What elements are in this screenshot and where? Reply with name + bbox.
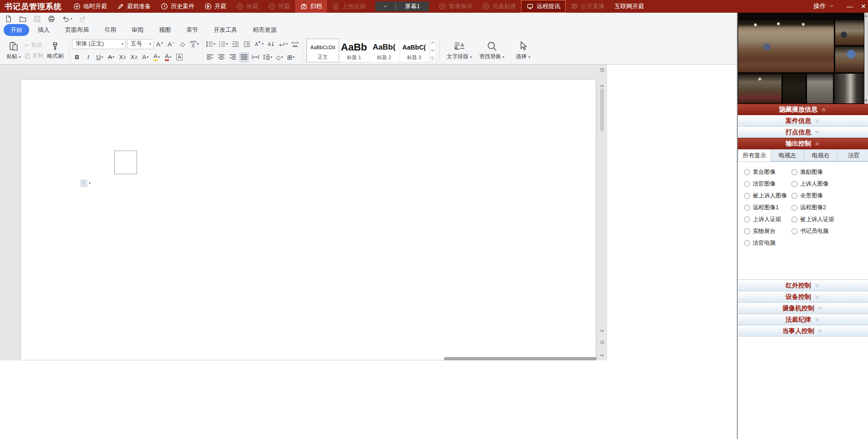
output-tab-1[interactable]: 所有显示: [738, 149, 771, 161]
character-scale-button[interactable]: A▾: [253, 39, 265, 49]
output-source-radio-5[interactable]: 被上诉人图像: [744, 192, 791, 200]
output-source-radio-6[interactable]: 全景图像: [791, 192, 868, 200]
undo-button[interactable]: ▾: [62, 15, 72, 23]
output-tab-2[interactable]: 电视左: [771, 149, 804, 161]
screen-select[interactable]: 屏幕1: [375, 1, 429, 11]
style-gallery-more-button[interactable]: [430, 55, 436, 62]
style-scroll-up-button[interactable]: [430, 39, 436, 46]
character-border-button[interactable]: A: [174, 52, 184, 62]
section-hide-playback-info[interactable]: 隐藏播放信息: [738, 104, 868, 115]
style-card-2[interactable]: AaBb标题 1: [339, 39, 369, 62]
text-effects-button[interactable]: A▾: [140, 52, 150, 62]
tab-stop-button[interactable]: [290, 39, 300, 49]
highlight-color-button[interactable]: A▾: [152, 52, 162, 62]
output-source-radio-9[interactable]: 上诉人证据: [744, 216, 791, 223]
copy-button[interactable]: 复制: [25, 52, 43, 60]
vertical-scroll-thumb[interactable]: [600, 88, 604, 131]
ribbon-tab-8[interactable]: 开发工具: [207, 24, 244, 36]
style-scroll-down-button[interactable]: [430, 46, 436, 54]
output-source-radio-10[interactable]: 被上诉人证据: [791, 216, 868, 223]
select-button[interactable]: 选择 ▾: [509, 41, 537, 61]
section-case-info[interactable]: 案件信息: [738, 115, 868, 126]
minimize-button[interactable]: —: [842, 0, 858, 13]
output-tab-4[interactable]: 法官: [837, 149, 868, 161]
section-4-collapsed[interactable]: 法庭纪律: [738, 314, 868, 325]
output-source-radio-3[interactable]: 法官图像: [744, 180, 791, 188]
menu-item-14[interactable]: 互联网开庭: [609, 0, 649, 13]
section-5-collapsed[interactable]: 当事人控制: [738, 325, 868, 337]
output-tab-3[interactable]: 电视右: [804, 149, 837, 161]
section-3-collapsed[interactable]: 摄像机控制: [738, 303, 868, 314]
horizontal-scroll-thumb[interactable]: [444, 357, 597, 360]
wrap-mark-button[interactable]: ▾: [277, 39, 289, 49]
font-name-select[interactable]: 宋体 (正文)▾: [72, 39, 126, 49]
output-source-radio-2[interactable]: 激励图像: [791, 168, 868, 176]
ribbon-tab-7[interactable]: 章节: [179, 24, 205, 36]
style-card-1[interactable]: AaBbCcDd正文: [306, 39, 339, 62]
output-source-radio-4[interactable]: 上诉人图像: [791, 180, 868, 188]
output-source-radio-1[interactable]: 复合图像: [744, 168, 791, 176]
ribbon-tab-3[interactable]: 页面布局: [58, 24, 96, 36]
bullet-list-button[interactable]: ▾: [205, 39, 216, 49]
print-button[interactable]: [47, 15, 56, 23]
operation-menu-button[interactable]: 操作: [806, 0, 842, 13]
strikethrough-button[interactable]: A▾: [106, 52, 116, 62]
menu-item-12[interactable]: 远程提讯: [521, 0, 566, 13]
camera-feed-side-lower[interactable]: [835, 46, 864, 73]
phonetic-guide-button[interactable]: wén文▾: [189, 39, 200, 49]
ribbon-tab-6[interactable]: 视图: [152, 24, 178, 36]
next-page-icon[interactable]: [600, 350, 604, 358]
bold-button[interactable]: B: [72, 52, 82, 62]
text-layout-button[interactable]: A 文字排版 ▾: [444, 41, 475, 61]
increase-indent-button[interactable]: [242, 39, 252, 49]
scroll-up-icon[interactable]: [865, 15, 868, 17]
section-marker-info[interactable]: 打点信息: [738, 126, 868, 138]
previous-page-icon[interactable]: [600, 326, 604, 334]
video-scrollbar[interactable]: [864, 13, 868, 104]
borders-button[interactable]: ⊞▾: [286, 52, 296, 62]
ribbon-tab-4[interactable]: 引用: [97, 24, 123, 36]
format-painter-button[interactable]: 格式刷: [45, 40, 65, 61]
menu-item-3[interactable]: 历史案件: [156, 0, 199, 13]
paste-options-floatie[interactable]: ▾: [80, 180, 91, 187]
line-spacing-button[interactable]: ▾: [262, 52, 273, 62]
align-center-button[interactable]: [216, 52, 226, 62]
shading-button[interactable]: ◇▾: [275, 52, 285, 62]
underline-button[interactable]: U▾: [95, 52, 105, 62]
menu-item-1[interactable]: 临时开庭: [68, 0, 112, 13]
camera-feed-bottom-3[interactable]: [807, 73, 833, 104]
numbered-list-button[interactable]: 123▾: [218, 39, 229, 49]
cut-button[interactable]: ✂ 剪切: [25, 41, 43, 49]
open-file-button[interactable]: [19, 15, 27, 23]
italic-button[interactable]: I: [83, 52, 93, 62]
decrease-indent-button[interactable]: [230, 39, 240, 49]
increase-font-button[interactable]: A⁺: [155, 39, 165, 49]
document-page[interactable]: ▾: [20, 79, 596, 360]
align-right-button[interactable]: [228, 52, 238, 62]
font-size-select[interactable]: 五号▾: [127, 39, 153, 49]
section-1-collapsed[interactable]: 红外控制: [738, 280, 868, 291]
output-source-radio-8[interactable]: 远程图像2: [791, 204, 868, 212]
output-source-radio-13[interactable]: 法官电脑: [744, 239, 791, 247]
sort-button[interactable]: A: [266, 39, 276, 49]
new-document-button[interactable]: [5, 15, 12, 23]
select-browse-object-icon[interactable]: [600, 338, 604, 346]
distribute-button[interactable]: [250, 52, 260, 62]
section-2-collapsed[interactable]: 设备控制: [738, 291, 868, 303]
section-output-control[interactable]: 输出控制: [738, 138, 868, 149]
camera-feed-bottom-4[interactable]: [834, 73, 864, 104]
camera-feed-side-upper[interactable]: [835, 19, 864, 45]
ribbon-tab-5[interactable]: 审阅: [125, 24, 150, 36]
font-color-button[interactable]: A▾: [163, 52, 173, 62]
text-frame[interactable]: [114, 151, 137, 174]
ribbon-tab-2[interactable]: 插入: [31, 24, 56, 36]
paste-button[interactable]: 粘贴 ▾: [5, 40, 23, 61]
vertical-scrollbar[interactable]: [598, 65, 606, 360]
style-card-3[interactable]: AaBb(标题 2: [369, 39, 399, 62]
camera-feed-bottom-2[interactable]: [782, 73, 806, 104]
ruler-toggle-icon[interactable]: [600, 66, 605, 74]
camera-feed-bottom-1[interactable]: [738, 73, 782, 104]
camera-feed-main[interactable]: [738, 19, 834, 73]
output-source-radio-11[interactable]: 实物展台: [744, 227, 791, 235]
output-source-radio-7[interactable]: 远程图像1: [744, 204, 791, 212]
